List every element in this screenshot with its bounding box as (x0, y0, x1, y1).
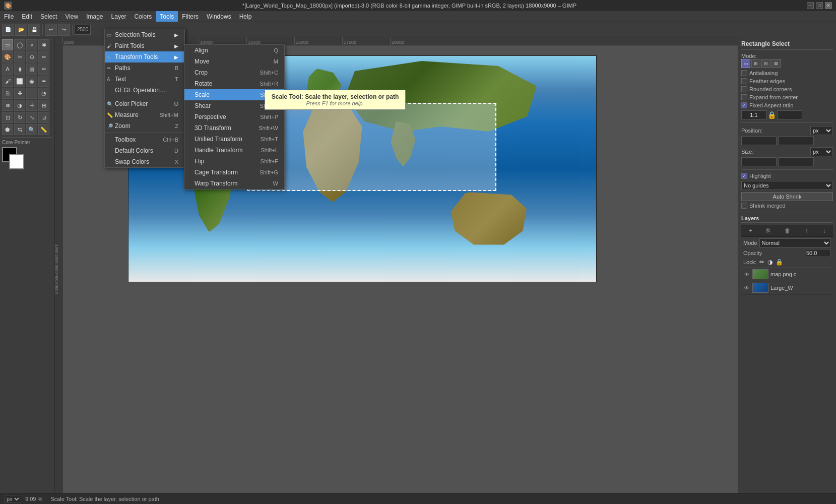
maximize-button[interactable]: □ (816, 2, 823, 9)
menu-windows[interactable]: Windows (203, 11, 235, 22)
copy-layer-btn[interactable]: ⎘ (764, 227, 772, 234)
menu-paint-tools[interactable]: 🖌 Paint Tools ▶ (105, 40, 184, 51)
layer-item-1[interactable]: 👁 map.png c (741, 268, 833, 281)
scale-tool[interactable]: ⤡ (26, 112, 37, 123)
feather-checkbox[interactable] (741, 78, 747, 84)
layer-item-2[interactable]: 👁 Large_W (741, 281, 833, 295)
menu-text[interactable]: A Text T (105, 74, 184, 85)
perspective-clone-tool[interactable]: ⟂ (26, 88, 37, 99)
highlight-checkbox[interactable]: ✓ (741, 173, 747, 179)
ratio-input-1[interactable] (741, 110, 766, 119)
submenu-unified[interactable]: Unified Transform Shift+T (184, 134, 284, 145)
layer-vis-1[interactable]: 👁 (743, 271, 750, 278)
submenu-cage[interactable]: Cage Transform Shift+G (184, 167, 284, 178)
menu-image[interactable]: Image (82, 11, 107, 22)
menu-layer[interactable]: Layer (107, 11, 131, 22)
mode-replace[interactable]: ▭ (741, 59, 750, 68)
expand-checkbox[interactable] (741, 94, 747, 100)
ellipse-select-tool[interactable]: ◯ (14, 39, 25, 50)
foreground-select-tool[interactable]: ⊙ (26, 51, 37, 62)
minimize-button[interactable]: − (807, 2, 814, 9)
autoshrink-button[interactable]: Auto Shrink (741, 192, 833, 201)
menu-paths[interactable]: ✏ Paths B (105, 62, 184, 74)
heal-tool[interactable]: ✚ (14, 88, 25, 99)
antialias-checkbox[interactable] (741, 70, 747, 76)
down-layer-btn[interactable]: ↓ (821, 227, 828, 234)
menu-swap-colors[interactable]: Swap Colors X (105, 156, 184, 167)
paths-tool[interactable]: ✏ (38, 51, 49, 62)
unit-select[interactable]: px (4, 495, 21, 503)
redo-button[interactable]: ↪ (58, 24, 70, 36)
menu-file[interactable]: File (0, 11, 18, 22)
menu-view[interactable]: View (61, 11, 82, 22)
size-h-input[interactable]: 0 (779, 157, 814, 166)
rotate-tool[interactable]: ↻ (14, 112, 25, 123)
brush-tool[interactable]: 🖌 (2, 76, 13, 87)
scissors-tool[interactable]: ✂ (14, 51, 25, 62)
submenu-crop[interactable]: Crop Shift+C (184, 67, 284, 78)
submenu-flip[interactable]: Flip Shift+F (184, 156, 284, 167)
undo-button[interactable]: ↩ (45, 24, 57, 36)
submenu-align[interactable]: Align Q (184, 45, 284, 56)
clone-tool[interactable]: ⎘ (2, 88, 13, 99)
ratio-input-2[interactable] (777, 110, 802, 119)
shrinkmerged-checkbox[interactable] (741, 203, 747, 209)
menu-measure[interactable]: 📏 Measure Shift+M (105, 109, 184, 120)
flip-tool[interactable]: ⇆ (14, 124, 25, 135)
shear-tool[interactable]: ⊿ (38, 112, 49, 123)
ratio-lock-icon[interactable]: 🔒 (767, 111, 776, 119)
color-select-tool[interactable]: 🎨 (2, 51, 13, 62)
gradient-tool[interactable]: ▤ (26, 64, 37, 75)
menu-toolbox[interactable]: Toolbox Ctrl+B (105, 134, 184, 145)
ink-tool[interactable]: ✒ (38, 76, 49, 87)
open-button[interactable]: 📂 (15, 24, 27, 36)
fill-tool[interactable]: ⧫ (14, 64, 25, 75)
delete-layer-btn[interactable]: 🗑 (783, 227, 793, 234)
eraser-tool[interactable]: ⬜ (14, 76, 25, 87)
submenu-move[interactable]: Move M (184, 56, 284, 67)
dodge-burn-tool[interactable]: ◑ (14, 100, 25, 111)
lock-position-icon[interactable]: 🔒 (776, 259, 783, 266)
color-picker-tool[interactable]: 🔍 (26, 124, 37, 135)
lock-pixels-icon[interactable]: ✏ (759, 259, 764, 266)
blur-sharpen-tool[interactable]: ◔ (38, 88, 49, 99)
position-unit-select[interactable]: px (810, 126, 833, 135)
size-w-input[interactable]: 0 (741, 157, 777, 166)
background-color[interactable] (9, 154, 24, 169)
layer-vis-2[interactable]: 👁 (743, 284, 750, 291)
submenu-3dtransform[interactable]: 3D Transform Shift+W (184, 122, 284, 134)
fuzzy-select-tool[interactable]: ✱ (38, 39, 49, 50)
perspective-tool[interactable]: ⬟ (2, 124, 13, 135)
rounded-checkbox[interactable] (741, 86, 747, 92)
mode-intersect[interactable]: ⊠ (771, 59, 781, 68)
move-tool[interactable]: ✛ (26, 100, 37, 111)
opacity-input[interactable] (806, 249, 831, 257)
pencil-tool[interactable]: ✏ (38, 64, 49, 75)
fixed-checkbox[interactable]: ✓ (741, 102, 747, 108)
menu-tools[interactable]: Tools (156, 11, 178, 22)
menu-filters[interactable]: Filters (178, 11, 203, 22)
menu-transform-tools[interactable]: ⤡ Transform Tools ▶ (105, 51, 184, 62)
smudge-tool[interactable]: ≋ (2, 100, 13, 111)
text-tool[interactable]: A (2, 64, 13, 75)
menu-colors[interactable]: Colors (131, 11, 156, 22)
position-y-input[interactable]: -902 (779, 136, 814, 145)
airbrush-tool[interactable]: ◉ (26, 76, 37, 87)
menu-help[interactable]: Help (235, 11, 256, 22)
menu-gegl[interactable]: GEGL Operation… (105, 85, 184, 96)
crop-tool[interactable]: ⊡ (2, 112, 13, 123)
close-button[interactable]: ✕ (825, 2, 832, 9)
free-select-tool[interactable]: ⌖ (26, 39, 37, 50)
submenu-perspective[interactable]: Perspective Shift+P (184, 111, 284, 122)
menu-edit[interactable]: Edit (18, 11, 36, 22)
menu-zoom[interactable]: 🔎 Zoom Z (105, 120, 184, 132)
guides-select[interactable]: No guides Center lines Rule of thirds (741, 181, 833, 190)
measure-tool[interactable]: 📏 (38, 124, 49, 135)
layer-mode-select[interactable]: Normal (759, 238, 831, 247)
size-unit-select[interactable]: px (810, 147, 833, 156)
align-tool[interactable]: ⊞ (38, 100, 49, 111)
submenu-handle[interactable]: Handle Transform Shift+L (184, 145, 284, 156)
menu-default-colors[interactable]: Default Colors D (105, 145, 184, 156)
lock-alpha-icon[interactable]: ◑ (767, 259, 773, 266)
menu-selection-tools[interactable]: ▭ Selection Tools ▶ (105, 29, 184, 40)
